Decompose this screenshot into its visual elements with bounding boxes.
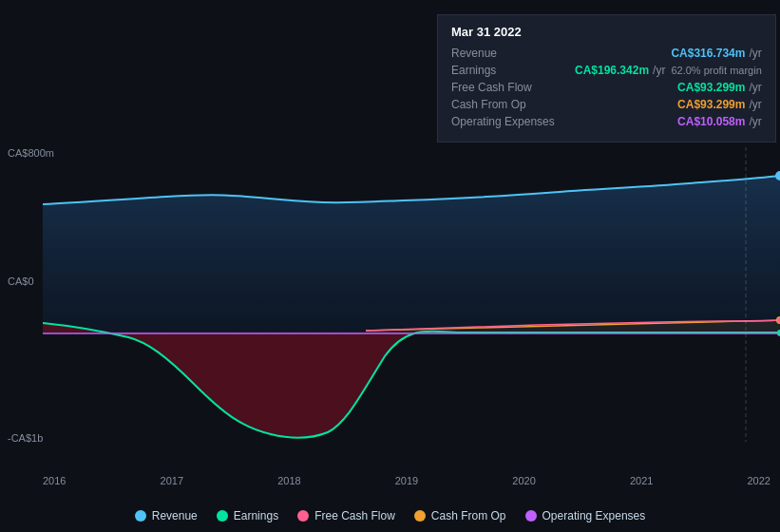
tooltip-row: Free Cash FlowCA$93.299m/yr <box>451 81 762 94</box>
x-axis-label: 2021 <box>630 475 653 486</box>
tooltip-row-value: CA$93.299m <box>677 98 745 111</box>
legend-color-dot <box>297 510 309 522</box>
x-axis-label: 2020 <box>512 475 535 486</box>
tooltip-row-value: CA$10.058m <box>677 115 745 128</box>
tooltip-row-label: Revenue <box>451 47 575 60</box>
tooltip-row: RevenueCA$316.734m/yr <box>451 47 762 60</box>
tooltip-row-label: Earnings <box>451 64 575 77</box>
legend-label: Revenue <box>152 509 198 522</box>
legend-color-dot <box>525 510 537 522</box>
tooltip-row-label: Free Cash Flow <box>451 81 575 94</box>
tooltip-row-value: CA$93.299m <box>677 81 745 94</box>
legend-label: Free Cash Flow <box>314 509 395 522</box>
tooltip-row: Operating ExpensesCA$10.058m/yr <box>451 115 762 128</box>
legend-item[interactable]: Revenue <box>135 509 198 522</box>
chart-container: Mar 31 2022 RevenueCA$316.734m/yrEarning… <box>0 0 780 532</box>
tooltip-row-note: 62.0% profit margin <box>671 65 761 76</box>
tooltip-title: Mar 31 2022 <box>451 25 762 39</box>
x-axis-label: 2018 <box>277 475 300 486</box>
y-label-bot: -CA$1b <box>8 432 43 444</box>
legend-item[interactable]: Earnings <box>217 509 278 522</box>
legend-color-dot <box>414 510 426 522</box>
tooltip-row-suffix: /yr <box>749 98 761 111</box>
x-axis-label: 2016 <box>43 475 66 486</box>
x-labels: 2016201720182019202020212022 <box>43 475 770 486</box>
legend-item[interactable]: Free Cash Flow <box>297 509 395 522</box>
tooltip-row-label: Cash From Op <box>451 98 575 111</box>
legend-label: Cash From Op <box>431 509 506 522</box>
x-axis-label: 2022 <box>747 475 770 486</box>
legend-label: Earnings <box>234 509 278 522</box>
legend-color-dot <box>217 510 228 522</box>
tooltip-box: Mar 31 2022 RevenueCA$316.734m/yrEarning… <box>437 14 776 142</box>
x-axis-label: 2019 <box>395 475 418 486</box>
legend-label: Operating Expenses <box>542 509 646 522</box>
x-axis-label: 2017 <box>161 475 183 486</box>
tooltip-row: EarningsCA$196.342m/yr62.0% profit margi… <box>451 64 762 77</box>
tooltip-row-suffix: /yr <box>749 47 761 60</box>
tooltip-row-suffix: /yr <box>749 115 761 128</box>
y-label-mid: CA$0 <box>8 276 34 287</box>
tooltip-row-suffix: /yr <box>653 64 665 77</box>
chart-svg <box>43 147 780 442</box>
tooltip-row-value: CA$196.342m <box>575 64 649 77</box>
legend: RevenueEarningsFree Cash FlowCash From O… <box>0 509 780 522</box>
tooltip-row-suffix: /yr <box>749 81 761 94</box>
legend-item[interactable]: Operating Expenses <box>525 509 646 522</box>
tooltip-row-value: CA$316.734m <box>671 47 745 60</box>
legend-item[interactable]: Cash From Op <box>414 509 506 522</box>
tooltip-row-label: Operating Expenses <box>451 115 575 128</box>
tooltip-row: Cash From OpCA$93.299m/yr <box>451 98 762 111</box>
legend-color-dot <box>135 510 146 522</box>
